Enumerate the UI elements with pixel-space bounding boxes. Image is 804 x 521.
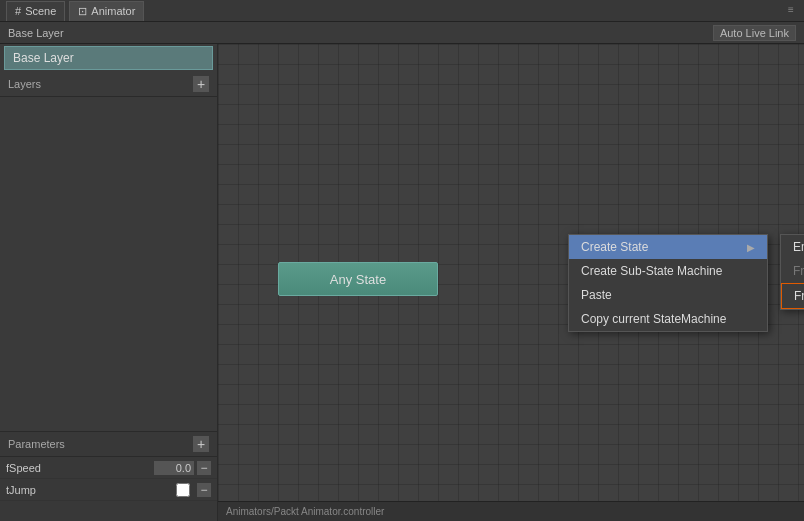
- context-menu-item-create-state[interactable]: Create State ▶: [569, 235, 767, 259]
- submenu-item-from-new-blend-tree[interactable]: From New Blend Tree: [781, 283, 804, 309]
- from-new-blend-tree-label: From New Blend Tree: [794, 289, 804, 303]
- scene-tab-label: Scene: [25, 5, 56, 17]
- breadcrumb: Base Layer: [8, 27, 64, 39]
- empty-label: Empty: [793, 240, 804, 254]
- panel-menu-icon[interactable]: ≡: [788, 4, 798, 18]
- main-canvas[interactable]: Any State Create State ▶ Create Sub-Stat…: [218, 44, 804, 501]
- parameters-header: Parameters +: [0, 432, 217, 457]
- submenu-item-empty[interactable]: Empty: [781, 235, 804, 259]
- param-checkbox-tjump[interactable]: [176, 483, 190, 497]
- param-minus-tjump[interactable]: −: [197, 483, 211, 497]
- from-selected-clip-label: From Selected Clip: [793, 264, 804, 278]
- add-layer-button[interactable]: +: [193, 76, 209, 92]
- animator-tab-icon: ⊡: [78, 5, 87, 18]
- layers-header: Layers +: [0, 72, 217, 97]
- param-row-fspeed: fSpeed −: [0, 457, 217, 479]
- auto-live-link-button[interactable]: Auto Live Link: [713, 25, 796, 41]
- any-state-label: Any State: [330, 272, 386, 287]
- param-minus-fspeed[interactable]: −: [197, 461, 211, 475]
- status-bar: Animators/Packt Animator.controller: [218, 501, 804, 521]
- base-layer-item[interactable]: Base Layer: [4, 46, 213, 70]
- create-state-arrow: ▶: [747, 242, 755, 253]
- submenu-item-from-selected-clip: From Selected Clip: [781, 259, 804, 283]
- tab-animator[interactable]: ⊡ Animator: [69, 1, 144, 21]
- breadcrumb-bar: Base Layer Auto Live Link: [0, 22, 804, 44]
- tab-scene[interactable]: # Scene: [6, 1, 65, 21]
- context-menu-item-copy-state-machine[interactable]: Copy current StateMachine: [569, 307, 767, 331]
- top-tab-bar: # Scene ⊡ Animator ≡: [0, 0, 804, 22]
- add-parameter-button[interactable]: +: [193, 436, 209, 452]
- context-menu-item-paste[interactable]: Paste: [569, 283, 767, 307]
- copy-state-machine-label: Copy current StateMachine: [581, 312, 726, 326]
- param-name-fspeed: fSpeed: [6, 462, 154, 474]
- param-name-tjump: tJump: [6, 484, 176, 496]
- paste-label: Paste: [581, 288, 612, 302]
- submenu: Empty From Selected Clip From New Blend …: [780, 234, 804, 310]
- context-menu: Create State ▶ Create Sub-State Machine …: [568, 234, 768, 332]
- animator-tab-label: Animator: [91, 5, 135, 17]
- create-state-label: Create State: [581, 240, 648, 254]
- context-menu-item-create-sub-state-machine[interactable]: Create Sub-State Machine: [569, 259, 767, 283]
- param-value-fspeed[interactable]: [154, 461, 194, 475]
- layers-label: Layers: [8, 78, 41, 90]
- param-row-tjump: tJump −: [0, 479, 217, 501]
- any-state-node[interactable]: Any State: [278, 262, 438, 296]
- parameters-panel: Parameters + fSpeed − tJump −: [0, 431, 218, 521]
- create-sub-state-machine-label: Create Sub-State Machine: [581, 264, 722, 278]
- parameters-label: Parameters: [8, 438, 65, 450]
- scene-tab-icon: #: [15, 5, 21, 17]
- status-text: Animators/Packt Animator.controller: [226, 506, 384, 517]
